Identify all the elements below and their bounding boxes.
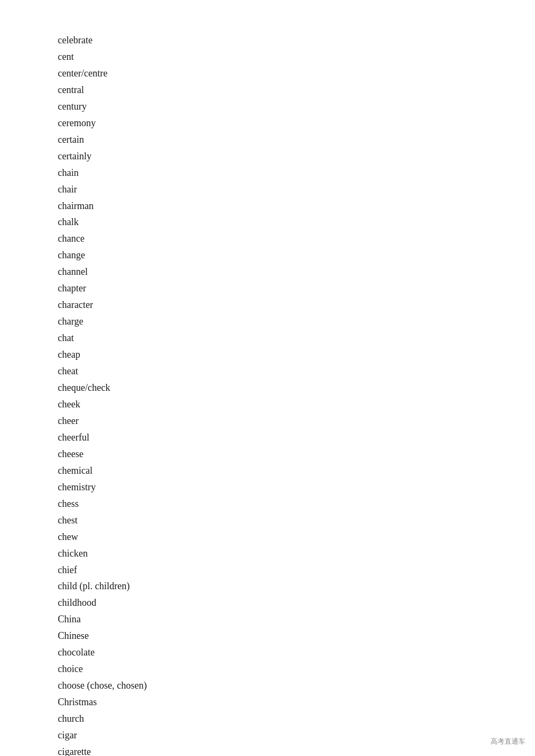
list-item: chain <box>58 165 535 181</box>
list-item: childhood <box>58 595 535 611</box>
list-item: cheque/check <box>58 380 535 396</box>
list-item: chair <box>58 181 535 198</box>
list-item: choose (chose, chosen) <box>58 677 535 694</box>
list-item: choice <box>58 661 535 677</box>
word-list: celebratecentcenter/centrecentralcentury… <box>0 0 535 756</box>
list-item: certain <box>58 132 535 148</box>
list-item: cigar <box>58 727 535 744</box>
list-item: church <box>58 711 535 727</box>
list-item: chicken <box>58 545 535 562</box>
list-item: chief <box>58 562 535 578</box>
list-item: chemical <box>58 462 535 479</box>
list-item: Christmas <box>58 694 535 711</box>
list-item: channel <box>58 264 535 280</box>
list-item: ceremony <box>58 115 535 132</box>
list-item: cheap <box>58 346 535 363</box>
list-item: chairman <box>58 198 535 214</box>
list-item: child (pl. children) <box>58 578 535 595</box>
list-item: Chinese <box>58 628 535 644</box>
list-item: chess <box>58 496 535 512</box>
list-item: chance <box>58 230 535 247</box>
list-item: cheer <box>58 413 535 429</box>
list-item: cent <box>58 49 535 65</box>
list-item: chalk <box>58 214 535 230</box>
list-item: cigarette <box>58 744 535 756</box>
list-item: character <box>58 297 535 313</box>
watermark: 高考直通车 <box>491 737 525 746</box>
list-item: cheerful <box>58 429 535 446</box>
list-item: charge <box>58 313 535 330</box>
list-item: chew <box>58 529 535 545</box>
list-item: certainly <box>58 148 535 165</box>
list-item: cheese <box>58 446 535 462</box>
list-item: chapter <box>58 280 535 297</box>
list-item: chocolate <box>58 644 535 661</box>
list-item: chemistry <box>58 479 535 496</box>
list-item: chat <box>58 330 535 346</box>
list-item: cheat <box>58 363 535 380</box>
list-item: century <box>58 98 535 115</box>
list-item: chest <box>58 512 535 529</box>
list-item: China <box>58 611 535 628</box>
list-item: cheek <box>58 396 535 413</box>
list-item: celebrate <box>58 32 535 49</box>
list-item: central <box>58 82 535 98</box>
list-item: center/centre <box>58 65 535 82</box>
list-item: change <box>58 247 535 264</box>
